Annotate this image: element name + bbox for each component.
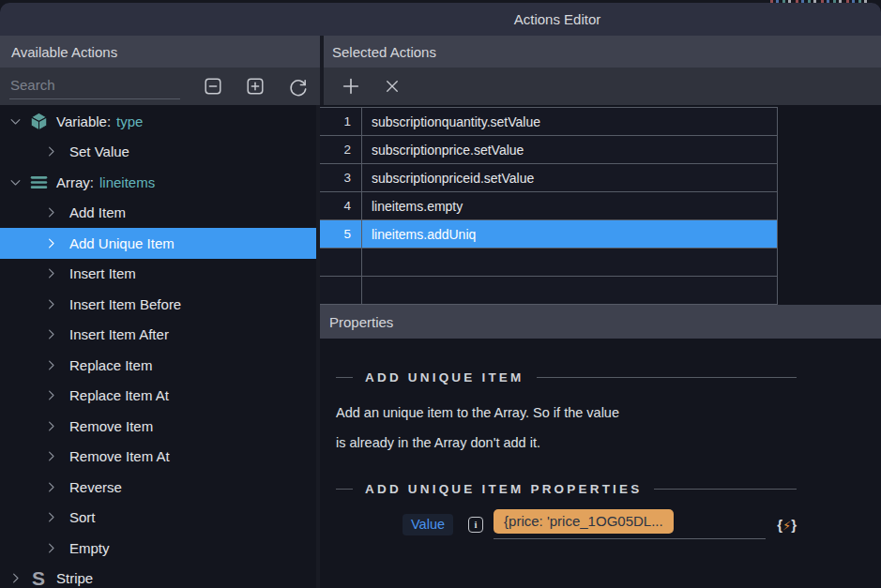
tree-item-value: lineitems <box>99 174 155 190</box>
action-index <box>320 277 362 304</box>
section-title: ADD UNIQUE ITEM PROPERTIES <box>365 482 642 496</box>
tree-item-sort[interactable]: Sort <box>0 503 316 534</box>
cube-icon <box>28 111 49 131</box>
close-icon <box>384 78 401 95</box>
value-input[interactable]: {price: 'price_1OG05DL... <box>494 509 766 539</box>
chevron-right-icon[interactable] <box>43 266 58 281</box>
tree-item-label: Remove Item <box>69 418 153 434</box>
chevron-right-icon[interactable] <box>43 327 58 342</box>
tree-item-label: Replace Item At <box>69 387 169 403</box>
tree-item-label: Add Unique Item <box>69 235 175 251</box>
action-label <box>362 249 777 276</box>
chevron-right-icon[interactable] <box>43 296 58 311</box>
tree-item-label: Add Item <box>69 204 126 220</box>
tree-item-label: Replace Item <box>69 357 152 373</box>
tree-item-array[interactable]: Array:lineitems <box>0 167 316 198</box>
action-label: lineitems.empty <box>362 192 777 219</box>
action-index: 2 <box>320 136 362 163</box>
action-row[interactable]: 4lineitems.empty <box>320 192 778 220</box>
action-index: 1 <box>320 108 362 135</box>
properties-header: Properties <box>320 305 881 339</box>
action-label: lineitems.addUniq <box>362 220 777 248</box>
plus-icon <box>341 76 361 97</box>
tree-item-remove-item[interactable]: Remove Item <box>0 411 316 442</box>
chevron-right-icon[interactable] <box>43 449 58 464</box>
tree-item-replace-item[interactable]: Replace Item <box>0 350 316 381</box>
tree-item-add-unique-item[interactable]: Add Unique Item <box>0 228 316 259</box>
chevron-down-icon[interactable] <box>8 174 23 189</box>
tree-item-replace-item-at[interactable]: Replace Item At <box>0 381 316 412</box>
tree-item-empty[interactable]: Empty <box>0 533 316 564</box>
tree-item-label: Insert Item After <box>69 326 169 342</box>
tree-item-label: Remove Item At <box>69 448 170 464</box>
tree-item-remove-item-at[interactable]: Remove Item At <box>0 442 316 473</box>
tree-item-label: Array: <box>56 174 94 190</box>
chevron-right-icon[interactable] <box>8 571 23 586</box>
tree-item-insert-item-after[interactable]: Insert Item After <box>0 320 316 351</box>
value-label[interactable]: Value <box>403 514 453 535</box>
stripe-icon: S <box>28 568 49 588</box>
action-description: Add an unique item to the Array. So if t… <box>336 398 797 458</box>
section-title: ADD UNIQUE ITEM <box>365 370 524 384</box>
chevron-right-icon[interactable] <box>43 205 58 220</box>
remove-action-button[interactable] <box>381 75 403 98</box>
chevron-right-icon[interactable] <box>43 235 58 250</box>
tree-item-insert-item-before[interactable]: Insert Item Before <box>0 289 316 320</box>
chevron-right-icon[interactable] <box>43 510 58 525</box>
collapse-all-button[interactable] <box>202 75 224 98</box>
tree-item-variable[interactable]: Variable:type <box>0 106 316 137</box>
value-property-row: Value i {price: 'price_1OG05DL... {⚡} <box>336 509 797 539</box>
available-actions-header: Available Actions <box>0 36 320 68</box>
section-heading-action: ADD UNIQUE ITEM <box>336 370 797 384</box>
section-heading-properties: ADD UNIQUE ITEM PROPERTIES <box>336 482 797 496</box>
chevron-right-icon[interactable] <box>43 418 58 433</box>
tree-item-stripe[interactable]: SStripe <box>0 564 316 588</box>
value-binding-badge[interactable]: {price: 'price_1OG05DL... <box>494 509 674 534</box>
actions-editor-dialog: Actions Editor Available Actions Selecte… <box>0 3 881 588</box>
action-row-empty[interactable] <box>320 249 778 277</box>
action-row[interactable]: 2subscriptionprice.setValue <box>320 136 778 164</box>
heading-rule <box>336 377 353 378</box>
chevron-right-icon[interactable] <box>43 479 58 494</box>
selected-actions-header: Selected Actions <box>324 36 881 68</box>
action-row[interactable]: 5lineitems.addUniq <box>320 220 778 249</box>
description-line: Add an unique item to the Array. So if t… <box>336 398 797 428</box>
tree-item-label: Sort <box>69 509 96 525</box>
action-row[interactable]: 3subscriptionpriceid.setValue <box>320 164 778 192</box>
add-action-button[interactable] <box>340 75 362 98</box>
refresh-icon <box>287 76 309 98</box>
action-label <box>362 277 777 304</box>
heading-rule <box>336 489 353 490</box>
properties-panel: ADD UNIQUE ITEM Add an unique item to th… <box>320 339 881 588</box>
action-label: subscriptionquantity.setValue <box>362 108 777 135</box>
chevron-right-icon[interactable] <box>43 388 58 403</box>
tree-item-add-item[interactable]: Add Item <box>0 198 316 229</box>
expand-all-button[interactable] <box>244 75 266 98</box>
action-index: 3 <box>320 164 362 191</box>
chevron-down-icon[interactable] <box>8 113 23 128</box>
description-line: is already in the Array don't add it. <box>336 428 797 458</box>
action-row[interactable]: 1subscriptionquantity.setValue <box>320 108 778 136</box>
tree-item-label: Empty <box>69 540 110 556</box>
chevron-right-icon[interactable] <box>43 144 58 159</box>
chevron-right-icon[interactable] <box>43 540 58 555</box>
bind-formula-icon[interactable]: {⚡} <box>777 517 797 533</box>
tree-item-reverse[interactable]: Reverse <box>0 472 316 503</box>
available-actions-tree: Variable:typeSet ValueArray:lineitemsAdd… <box>0 105 320 588</box>
action-index: 4 <box>320 192 362 219</box>
dialog-title: Actions Editor <box>514 3 601 36</box>
dialog-titlebar[interactable]: Actions Editor <box>0 3 881 36</box>
tree-item-set-value[interactable]: Set Value <box>0 137 316 168</box>
chevron-right-icon[interactable] <box>43 357 58 372</box>
tree-item-label: Insert Item <box>69 265 136 281</box>
action-label: subscriptionprice.setValue <box>362 136 777 163</box>
action-label: subscriptionpriceid.setValue <box>362 164 777 191</box>
tree-item-label: Insert Item Before <box>69 296 181 312</box>
tree-item-insert-item[interactable]: Insert Item <box>0 259 316 290</box>
list-icon <box>28 172 49 192</box>
refresh-button[interactable] <box>286 75 309 98</box>
search-input[interactable] <box>9 74 180 99</box>
info-icon[interactable]: i <box>468 517 483 533</box>
action-row-empty[interactable] <box>320 277 778 305</box>
plus-square-icon <box>245 76 266 97</box>
